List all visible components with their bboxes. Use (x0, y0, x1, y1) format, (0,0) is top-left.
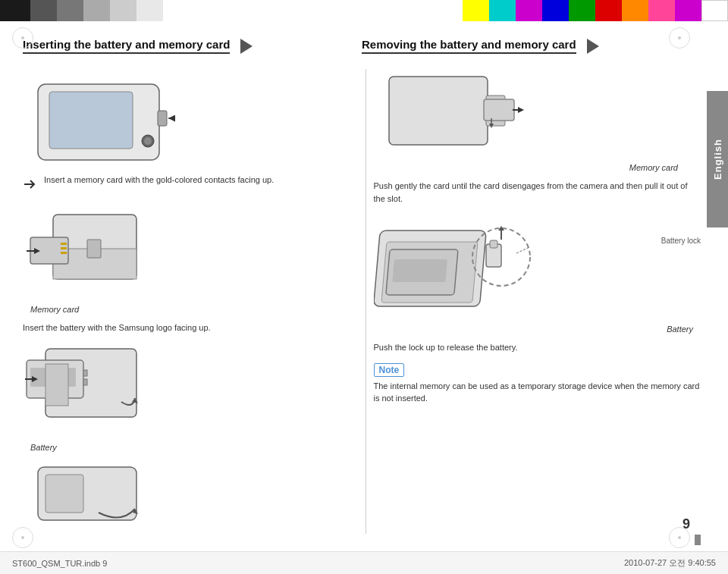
svg-marker-31 (518, 107, 524, 113)
footer-left: ST600_QSM_TUR.indb 9 (12, 559, 107, 568)
color-block-magenta (516, 0, 542, 21)
svg-rect-40 (490, 240, 497, 248)
memory-card-remove-diagram: Memory card (374, 69, 701, 174)
section-headers: Inserting the battery and memory card Re… (23, 38, 701, 54)
camera-top-svg (23, 69, 190, 168)
battery-insert-svg (23, 341, 159, 440)
svg-rect-25 (46, 475, 83, 513)
left-title: Inserting the battery and memory card (23, 38, 230, 54)
battery-label-right: Battery (667, 325, 693, 334)
battery-label-left: Battery (30, 443, 57, 452)
note-title-row: Note (374, 363, 701, 377)
svg-rect-9 (61, 243, 67, 245)
color-block-white (701, 0, 728, 21)
battery-remove-svg (374, 215, 541, 337)
insert-memory-instruction: Insert a memory card with the gold-color… (44, 174, 274, 187)
color-block-blue (542, 0, 569, 21)
corner-mark-top-left (12, 27, 33, 49)
instruction-arrow-icon (23, 177, 38, 192)
color-block-purple (675, 0, 701, 21)
camera-closed-svg (23, 460, 159, 528)
left-column: Insert a memory card with the gold-color… (23, 69, 358, 534)
language-tab: English (707, 91, 728, 227)
right-column: Memory card Push gently the card until t… (366, 69, 701, 534)
language-label: English (712, 139, 723, 180)
memory-card-label-right: Memory card (629, 163, 678, 172)
battery-lock-label: Battery lock (661, 237, 701, 245)
camera-diagram-area (23, 69, 350, 168)
top-color-bar (0, 0, 728, 21)
memory-card-remove-svg (374, 69, 526, 160)
battery-remove-desc: Push the lock up to release the battery. (374, 341, 701, 354)
instruction-2-block: Insert the battery with the Samsung logo… (23, 322, 350, 334)
memory-card-insert-svg (23, 203, 159, 302)
svg-rect-14 (87, 240, 101, 258)
svg-rect-19 (83, 379, 87, 385)
note-text: The internal memory can be used as a tem… (374, 380, 701, 405)
color-block-black (0, 0, 30, 21)
insert-battery-instruction: Insert the battery with the Samsung logo… (23, 322, 350, 334)
two-column-layout: Insert a memory card with the gold-color… (23, 69, 701, 534)
color-block-gray (57, 0, 83, 21)
footer: ST600_QSM_TUR.indb 9 2010-07-27 오전 9:40:… (0, 551, 728, 574)
page-number-bar (695, 535, 701, 545)
color-block-lighter-gray (110, 0, 136, 21)
svg-rect-27 (389, 77, 488, 145)
battery-insert-diagram: Battery (23, 341, 350, 453)
memory-card-remove-desc: Push gently the card until the card dise… (374, 180, 701, 205)
color-block-red (595, 0, 622, 21)
color-block-pink (648, 0, 675, 21)
left-arrow-icon (240, 39, 253, 54)
color-block-spacer (163, 0, 463, 21)
corner-mark-bottom-right (669, 527, 690, 548)
note-label: Note (374, 363, 405, 377)
svg-rect-11 (61, 252, 67, 254)
svg-point-4 (144, 137, 152, 145)
color-block-near-white (136, 0, 163, 21)
main-content: Inserting the battery and memory card Re… (23, 27, 701, 547)
right-title: Removing the battery and memory card (362, 38, 576, 54)
svg-rect-22 (46, 364, 68, 406)
battery-remove-diagram: Battery lock Battery (374, 215, 701, 335)
svg-rect-2 (158, 111, 167, 126)
left-section-header: Inserting the battery and memory card (23, 38, 362, 54)
color-block-orange (622, 0, 648, 21)
right-section-header: Removing the battery and memory card (362, 38, 701, 54)
note-section: Note The internal memory can be used as … (374, 363, 701, 405)
svg-line-43 (516, 247, 529, 253)
footer-right: 2010-07-27 오전 9:40:55 (624, 557, 716, 569)
color-block-dark-gray (30, 0, 57, 21)
svg-rect-1 (49, 92, 133, 149)
memory-card-label-left: Memory card (30, 305, 79, 314)
color-block-cyan (489, 0, 516, 21)
svg-rect-37 (392, 259, 447, 282)
color-block-green (569, 0, 595, 21)
camera-closed-diagram (23, 460, 350, 528)
corner-mark-top-right (669, 27, 690, 49)
color-block-light-gray (83, 0, 110, 21)
svg-rect-10 (61, 247, 67, 249)
svg-rect-18 (83, 370, 87, 376)
memory-card-insert-diagram: Memory card (23, 203, 350, 315)
svg-rect-29 (484, 99, 514, 121)
instruction-1-block: Insert a memory card with the gold-color… (23, 174, 350, 194)
color-block-yellow (463, 0, 489, 21)
right-arrow-icon (587, 39, 599, 54)
corner-mark-bottom-left (12, 527, 33, 548)
